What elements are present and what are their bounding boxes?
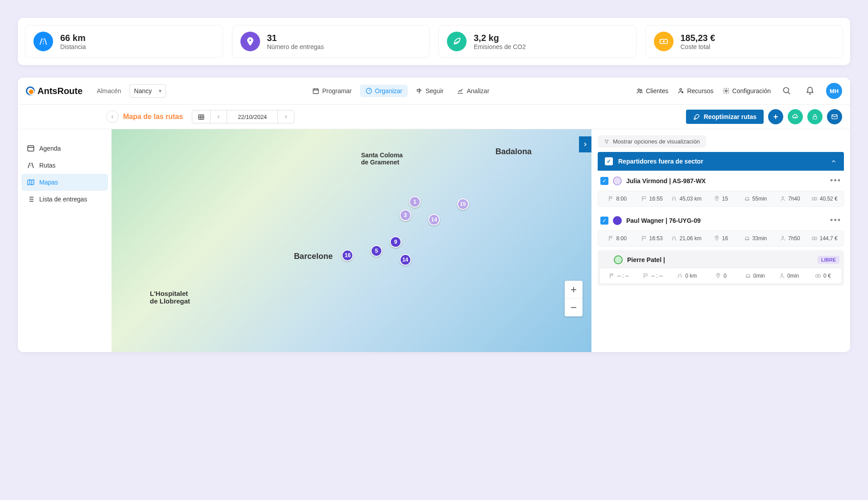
svg-point-24 xyxy=(782,236,784,238)
reoptimize-button[interactable]: Reoptimizar rutas xyxy=(686,110,764,124)
money-icon xyxy=(811,196,818,202)
date-display[interactable]: 22/10/2024 xyxy=(227,111,278,123)
brand-text: AntsRoute xyxy=(37,86,83,96)
lock-button[interactable] xyxy=(807,109,823,124)
driver-name: Julia Virmond | AS-987-WX xyxy=(626,177,706,184)
filter-icon xyxy=(604,139,609,144)
back-button[interactable] xyxy=(106,111,119,123)
bell-icon xyxy=(806,86,814,95)
sidebar-item-deliveries[interactable]: Lista de entregas xyxy=(21,191,108,208)
metric-stops: 15 xyxy=(704,196,737,202)
user-avatar[interactable]: MH xyxy=(826,83,842,99)
more-options-button[interactable]: ••• xyxy=(830,176,841,185)
tab-follow[interactable]: Seguir xyxy=(410,85,449,97)
date-prev[interactable] xyxy=(211,111,227,123)
link-clients[interactable]: Clientes xyxy=(636,87,669,94)
search-button[interactable] xyxy=(780,84,794,98)
svg-point-0 xyxy=(249,39,251,41)
sidebar-item-maps[interactable]: Mapas xyxy=(21,174,108,191)
svg-point-20 xyxy=(814,198,815,199)
person-icon xyxy=(779,273,785,279)
warehouse-select[interactable]: Nancy xyxy=(129,84,166,98)
gear-icon xyxy=(723,87,730,94)
flag-icon xyxy=(609,273,615,279)
link-config[interactable]: Configuración xyxy=(723,87,771,94)
map-view[interactable]: Barcelone Badalona Santa Coloma de Grame… xyxy=(112,129,591,352)
driver-row[interactable]: Pierre Patel | LIBRE xyxy=(599,252,842,268)
road-icon xyxy=(671,196,677,202)
svg-point-30 xyxy=(781,274,783,275)
map-collapse-handle[interactable] xyxy=(579,136,591,152)
map-pin[interactable]: 3 xyxy=(400,209,411,221)
map-label-coloma: Santa Coloma de Gramenet xyxy=(361,152,403,166)
maps-icon xyxy=(27,178,35,186)
car-icon xyxy=(745,273,751,279)
driver-checkbox[interactable]: ✓ xyxy=(600,177,608,185)
mail-button[interactable] xyxy=(827,109,842,124)
map-pin[interactable]: 5 xyxy=(371,245,382,257)
stat-cost: 185,23 € Coste total xyxy=(645,25,843,58)
right-links: Clientes Recursos Configuración MH xyxy=(636,83,842,99)
map-pin[interactable]: 14 xyxy=(428,214,440,225)
stat-emissions: 3,2 kg Emisiones de CO2 xyxy=(438,25,637,58)
metric-drive: 33min xyxy=(739,235,772,242)
stat-distance-label: Distancia xyxy=(60,43,86,50)
metric-cost: 144,7 € xyxy=(808,235,841,242)
sidebar-item-routes[interactable]: Rutas xyxy=(21,157,108,174)
metric-work: 0min xyxy=(773,273,805,279)
chevron-left-icon xyxy=(216,114,221,119)
cloud-download-icon xyxy=(792,113,799,120)
zoom-out-button[interactable]: − xyxy=(565,299,583,316)
sidebar-item-agenda[interactable]: Agenda xyxy=(21,140,108,157)
svg-point-7 xyxy=(680,89,682,90)
more-options-button[interactable]: ••• xyxy=(830,216,841,225)
section-checkbox[interactable]: ✓ xyxy=(605,157,613,165)
add-button[interactable] xyxy=(768,109,783,124)
rocket-icon xyxy=(693,113,700,120)
money-icon xyxy=(815,273,821,279)
agenda-icon xyxy=(27,144,35,152)
tab-schedule[interactable]: Programar xyxy=(307,85,357,97)
section-header-out-of-sector[interactable]: ✓ Repartidores fuera de sector xyxy=(598,152,844,171)
tab-analyze[interactable]: Analizar xyxy=(451,85,495,97)
map-pin[interactable]: 16 xyxy=(342,250,353,261)
nav-tabs: Programar Organizar Seguir Analizar xyxy=(307,85,495,97)
map-pin[interactable]: 14 xyxy=(400,254,411,266)
metric-distance: 21,06 km xyxy=(670,235,703,242)
date-next[interactable] xyxy=(278,111,294,123)
mail-icon xyxy=(831,113,838,120)
road-icon xyxy=(677,273,683,279)
gauge-icon xyxy=(365,87,372,94)
driver-row[interactable]: ✓ Julia Virmond | AS-987-WX ••• xyxy=(598,171,844,191)
map-pin[interactable]: 1 xyxy=(409,196,421,208)
tab-organize[interactable]: Organizar xyxy=(360,85,408,97)
metric-drive: 55min xyxy=(739,196,772,202)
map-label-hospitalet: L'Hospitalet de Llobregat xyxy=(150,290,190,305)
svg-point-21 xyxy=(716,237,717,238)
cloud-download-button[interactable] xyxy=(788,109,803,124)
notifications-button[interactable] xyxy=(803,84,817,98)
lock-icon xyxy=(812,114,818,120)
driver-row[interactable]: ✓ Paul Wagner | 76-UYG-09 ••• xyxy=(598,210,844,230)
map-pin[interactable]: 15 xyxy=(457,198,469,210)
zoom-in-button[interactable]: + xyxy=(565,281,583,299)
svg-point-32 xyxy=(818,275,818,276)
driver-metrics: -- : -- -- : -- 0 km 0 0min 0min 0 € xyxy=(599,268,842,284)
list-icon xyxy=(27,195,35,203)
chart-icon xyxy=(457,87,464,94)
warehouse-label: Almacén xyxy=(97,87,121,94)
display-options-filter[interactable]: Mostrar opciones de visualización xyxy=(598,135,706,148)
metric-distance: 0 km xyxy=(671,273,703,279)
checkered-flag-icon xyxy=(643,273,649,279)
stat-deliveries: 31 Número de entregas xyxy=(232,25,430,58)
map-pin[interactable]: 9 xyxy=(390,236,401,248)
driver-checkbox[interactable]: ✓ xyxy=(600,217,608,225)
calendar-icon xyxy=(312,87,319,94)
topbar: AntsRoute Almacén Nancy Programar Organi… xyxy=(18,78,850,105)
stat-emissions-label: Emisiones de CO2 xyxy=(474,43,526,50)
logo[interactable]: AntsRoute xyxy=(26,86,83,96)
metric-work: 7h50 xyxy=(773,235,806,242)
link-resources[interactable]: Recursos xyxy=(677,87,713,94)
calendar-button[interactable] xyxy=(192,111,211,123)
stat-emissions-value: 3,2 kg xyxy=(474,33,526,43)
